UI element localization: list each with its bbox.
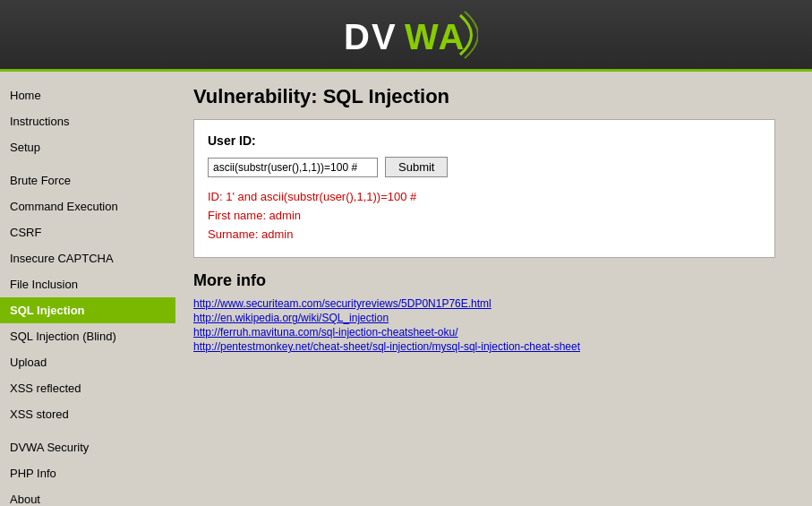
- sidebar-item-file-inclusion[interactable]: File Inclusion: [0, 271, 175, 297]
- page-title: Vulnerability: SQL Injection: [193, 85, 794, 108]
- sidebar-item-setup[interactable]: Setup: [0, 134, 175, 160]
- sidebar-item-insecure-captcha[interactable]: Insecure CAPTCHA: [0, 245, 175, 271]
- svg-text:DV: DV: [344, 17, 397, 56]
- info-link-0[interactable]: http://www.securiteam.com/securityreview…: [193, 297, 794, 310]
- sidebar-item-command-execution[interactable]: Command Execution: [0, 193, 175, 219]
- sidebar-item-php-info[interactable]: PHP Info: [0, 460, 175, 486]
- sidebar-item-sql-injection-blind[interactable]: SQL Injection (Blind): [0, 323, 175, 349]
- sidebar-item-csrf[interactable]: CSRF: [0, 219, 175, 245]
- sidebar-item-xss-stored[interactable]: XSS stored: [0, 401, 175, 427]
- form-box: User ID: Submit ID: 1' and ascii(substr(…: [193, 119, 775, 258]
- sidebar-item-home[interactable]: Home: [0, 82, 175, 108]
- input-row: Submit: [208, 157, 761, 177]
- sidebar-item-dvwa-security[interactable]: DVWA Security: [0, 434, 175, 460]
- svg-text:WA: WA: [405, 17, 466, 56]
- user-id-input[interactable]: [208, 158, 378, 177]
- sidebar-item-instructions[interactable]: Instructions: [0, 108, 175, 134]
- sidebar-item-about[interactable]: About: [0, 486, 175, 506]
- result-line2: First name: admin: [208, 207, 761, 226]
- info-link-2[interactable]: http://ferruh.mavituna.com/sql-injection…: [193, 326, 794, 339]
- dvwa-logo-svg: DV WA: [335, 8, 478, 62]
- sidebar: Home Instructions Setup Brute Force Comm…: [0, 72, 175, 506]
- header: DV WA: [0, 0, 812, 72]
- main-content: Vulnerability: SQL Injection User ID: Su…: [175, 72, 812, 506]
- sidebar-item-brute-force[interactable]: Brute Force: [0, 167, 175, 193]
- result-line1: ID: 1' and ascii(substr(user(),1,1))=100…: [208, 188, 761, 207]
- more-info-title: More info: [193, 271, 794, 290]
- form-label: User ID:: [208, 133, 761, 148]
- info-links: http://www.securiteam.com/securityreview…: [193, 297, 794, 353]
- layout: Home Instructions Setup Brute Force Comm…: [0, 72, 812, 506]
- result-line3: Surname: admin: [208, 226, 761, 244]
- info-link-1[interactable]: http://en.wikipedia.org/wiki/SQL_injecti…: [193, 312, 794, 324]
- sidebar-item-xss-reflected[interactable]: XSS reflected: [0, 375, 175, 401]
- sidebar-item-sql-injection[interactable]: SQL Injection: [0, 297, 175, 323]
- submit-button[interactable]: Submit: [385, 157, 448, 177]
- result-area: ID: 1' and ascii(substr(user(),1,1))=100…: [208, 188, 761, 244]
- sidebar-item-upload[interactable]: Upload: [0, 349, 175, 375]
- logo: DV WA: [335, 8, 478, 62]
- info-link-3[interactable]: http://pentestmonkey.net/cheat-sheet/sql…: [193, 340, 794, 353]
